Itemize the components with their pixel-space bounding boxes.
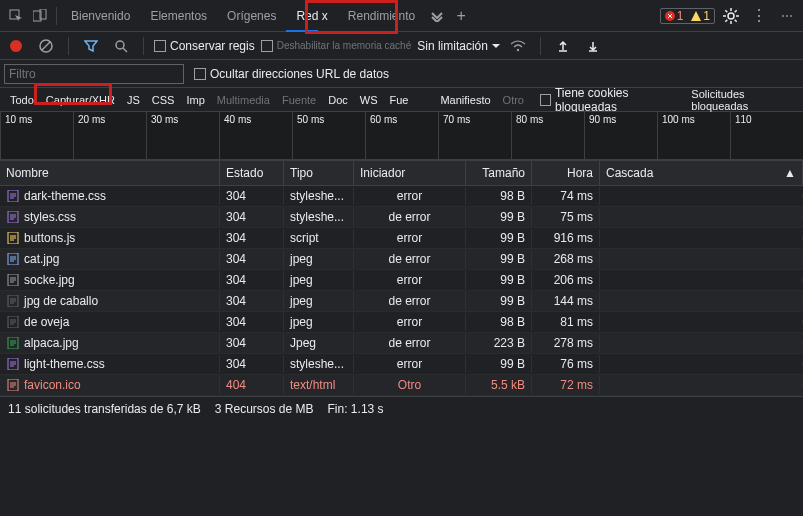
svg-point-4 — [728, 13, 734, 19]
cell-initiator: de error — [354, 250, 466, 268]
timeline-overview[interactable]: 10 ms 20 ms 30 ms 40 ms 50 ms 60 ms 70 m… — [0, 112, 803, 160]
file-icon — [6, 336, 20, 350]
filter-css[interactable]: CSS — [146, 94, 181, 106]
cell-size: 99 B — [466, 292, 532, 310]
issue-badges[interactable]: 1 1 — [660, 8, 715, 24]
cell-waterfall — [600, 299, 803, 303]
blocked-requests[interactable]: Solicitudes bloqueadas — [685, 88, 799, 112]
col-initiator[interactable]: Iniciador — [354, 161, 466, 185]
hide-data-urls-checkbox[interactable]: Ocultar direcciones URL de datos — [194, 67, 389, 81]
filter-js[interactable]: JS — [121, 94, 146, 106]
cell-type: jpeg — [284, 271, 354, 289]
upload-icon[interactable] — [551, 34, 575, 58]
disable-cache-checkbox[interactable]: Deshabilitar la memoria caché — [261, 40, 412, 52]
tab-welcome[interactable]: Bienvenido — [61, 0, 140, 31]
table-row[interactable]: socke.jpg304jpegerror99 B206 ms — [0, 270, 803, 291]
download-icon[interactable] — [581, 34, 605, 58]
file-icon — [6, 315, 20, 329]
wifi-icon[interactable] — [506, 34, 530, 58]
file-name: dark-theme.css — [24, 189, 106, 203]
file-icon — [6, 357, 20, 371]
table-row[interactable]: styles.css304styleshe...de error99 B75 m… — [0, 207, 803, 228]
filter-ws[interactable]: WS — [354, 94, 384, 106]
blocked-cookies-checkbox[interactable]: Tiene cookies bloqueadas — [540, 86, 679, 114]
tab-elements[interactable]: Elementos — [140, 0, 217, 31]
file-name: cat.jpg — [24, 252, 59, 266]
cell-time: 76 ms — [532, 355, 600, 373]
cell-initiator: de error — [354, 208, 466, 226]
table-row[interactable]: de oveja304jpegerror98 B81 ms — [0, 312, 803, 333]
cell-type: text/html — [284, 376, 354, 394]
cell-waterfall — [600, 236, 803, 240]
preserve-log-checkbox[interactable]: Conservar regis — [154, 39, 255, 53]
kebab-icon[interactable]: ⋮ — [747, 4, 771, 28]
cell-status: 304 — [220, 187, 284, 205]
table-row[interactable]: favicon.ico404text/htmlOtro5.5 kB72 ms — [0, 375, 803, 396]
file-name: favicon.ico — [24, 378, 81, 392]
table-row[interactable]: dark-theme.css304styleshe...error98 B74 … — [0, 186, 803, 207]
file-icon — [6, 252, 20, 266]
file-name: socke.jpg — [24, 273, 75, 287]
table-row[interactable]: light-theme.css304styleshe...error99 B76… — [0, 354, 803, 375]
tab-network[interactable]: Red x — [286, 0, 337, 31]
filter-other[interactable]: Otro — [497, 94, 530, 106]
inspect-icon[interactable] — [4, 4, 28, 28]
filter-input[interactable] — [4, 64, 184, 84]
table-row[interactable]: cat.jpg304jpegde error99 B268 ms — [0, 249, 803, 270]
cell-size: 99 B — [466, 208, 532, 226]
settings-icon[interactable] — [719, 4, 743, 28]
more-icon[interactable]: ⋯ — [775, 4, 799, 28]
file-icon — [6, 273, 20, 287]
cell-size: 99 B — [466, 250, 532, 268]
table-row[interactable]: jpg de caballo304jpegde error99 B144 ms — [0, 291, 803, 312]
filter-doc[interactable]: Doc — [322, 94, 354, 106]
record-button[interactable] — [4, 34, 28, 58]
filter-manifest[interactable]: Manifiesto — [434, 94, 496, 106]
cell-time: 144 ms — [532, 292, 600, 310]
table-row[interactable]: buttons.js304scripterror99 B916 ms — [0, 228, 803, 249]
cell-waterfall — [600, 341, 803, 345]
clear-icon[interactable] — [34, 34, 58, 58]
filter-fue[interactable]: Fue — [383, 94, 414, 106]
search-icon[interactable] — [109, 34, 133, 58]
cell-status: 304 — [220, 229, 284, 247]
cell-size: 98 B — [466, 313, 532, 331]
error-count: 1 — [677, 9, 684, 23]
tab-sources[interactable]: Orígenes — [217, 0, 286, 31]
cell-size: 5.5 kB — [466, 376, 532, 394]
cell-initiator: error — [354, 313, 466, 331]
file-name: buttons.js — [24, 231, 75, 245]
col-waterfall[interactable]: Cascada▲ — [600, 161, 803, 185]
cell-type: jpeg — [284, 313, 354, 331]
device-icon[interactable] — [28, 4, 52, 28]
filter-xhr[interactable]: Capturar/XHR — [40, 94, 121, 106]
col-name[interactable]: Nombre — [0, 161, 220, 185]
cell-status: 304 — [220, 355, 284, 373]
cell-status: 304 — [220, 271, 284, 289]
cell-initiator: de error — [354, 292, 466, 310]
cell-initiator: de error — [354, 334, 466, 352]
tab-performance[interactable]: Rendimiento — [338, 0, 425, 31]
filter-media[interactable]: Multimedia — [211, 94, 276, 106]
col-type[interactable]: Tipo — [284, 161, 354, 185]
col-size[interactable]: Tamaño — [466, 161, 532, 185]
cell-size: 223 B — [466, 334, 532, 352]
more-tabs-icon[interactable] — [425, 4, 449, 28]
svg-line-8 — [123, 48, 127, 52]
table-row[interactable]: alpaca.jpg304Jpegde error223 B278 ms — [0, 333, 803, 354]
col-time[interactable]: Hora — [532, 161, 600, 185]
cell-time: 81 ms — [532, 313, 600, 331]
add-tab-icon[interactable]: + — [449, 4, 473, 28]
throttling-select[interactable]: Sin limitación — [417, 39, 500, 53]
cell-waterfall — [600, 257, 803, 261]
filter-img[interactable]: Imp — [180, 94, 210, 106]
cell-initiator: Otro — [354, 376, 466, 394]
filter-all[interactable]: Todo — [4, 94, 40, 106]
cell-initiator: error — [354, 229, 466, 247]
cell-waterfall — [600, 320, 803, 324]
col-status[interactable]: Estado — [220, 161, 284, 185]
filter-font[interactable]: Fuente — [276, 94, 322, 106]
cell-waterfall — [600, 278, 803, 282]
cell-type: Jpeg — [284, 334, 354, 352]
filter-icon[interactable] — [79, 34, 103, 58]
